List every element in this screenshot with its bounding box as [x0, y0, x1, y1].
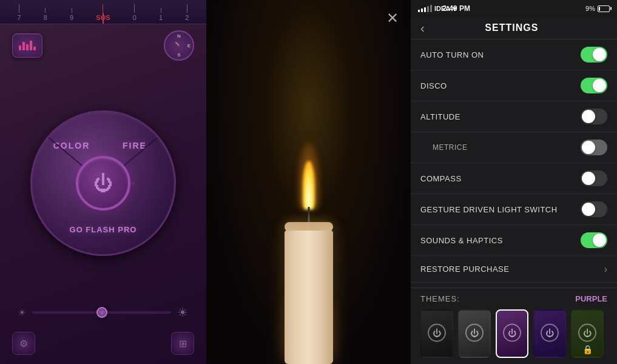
bottom-icons-row: ⚙ ⊞ — [0, 329, 206, 364]
toggle-knob — [582, 110, 595, 123]
back-button[interactable]: ‹ — [420, 22, 425, 34]
toggle-altitude[interactable] — [581, 109, 607, 124]
setting-compass: COMPASS — [411, 163, 617, 194]
ruler-mark-sos[interactable]: SOS — [96, 4, 110, 21]
toggle-compass[interactable] — [581, 170, 607, 186]
brightness-slider[interactable] — [32, 311, 171, 314]
goflash-mode-button[interactable]: GO FLASH PRO — [58, 212, 149, 248]
setting-label-altitude: ALTITUDE — [420, 112, 460, 121]
grid-button[interactable]: ⊞ — [171, 332, 194, 355]
close-button[interactable]: ✕ — [383, 9, 402, 27]
ruler-mark-2[interactable]: 2 — [185, 4, 189, 21]
chevron-restore-icon: › — [604, 264, 607, 275]
compass-needle-icon — [174, 41, 184, 50]
setting-restore-purchase[interactable]: RESTORE PURCHASE › — [411, 256, 617, 283]
setting-label-restore: RESTORE PURCHASE — [420, 265, 509, 274]
flame-inner — [303, 161, 315, 209]
toggle-knob — [582, 141, 595, 154]
brightness-low-icon: ☀ — [18, 308, 26, 317]
toggle-knob — [593, 79, 606, 92]
toggle-knob — [582, 172, 595, 185]
toggle-sounds[interactable] — [581, 232, 607, 248]
settings-list: AUTO TURN ON DISCO ALTITUDE METRICE COMP — [411, 39, 617, 288]
grid-icon: ⊞ — [179, 338, 187, 349]
setting-auto-turn-on: AUTO TURN ON — [411, 39, 617, 70]
setting-label-compass: COMPASS — [420, 174, 462, 183]
theme-violet-button[interactable]: ⏻ — [533, 309, 566, 358]
theme-purple-button[interactable]: ⏻ — [496, 309, 528, 358]
settings-gear-icon: ⚙ — [19, 338, 28, 349]
setting-disco: DISCO — [411, 70, 617, 101]
settings-panel: IDEA ▾ 2:49 PM 9% ‹ SETTINGS AUTO TURN O… — [411, 0, 617, 364]
battery-icon — [598, 5, 610, 12]
eq-bars-icon — [19, 41, 36, 50]
setting-label-sounds: SOUNDS & HAPTICS — [420, 236, 503, 245]
brightness-slider-row: ☀ ☀ — [0, 299, 206, 326]
right-indicator-dot — [131, 181, 135, 185]
power-button[interactable]: ⏻ — [76, 156, 130, 211]
settings-button[interactable]: ⚙ — [12, 332, 35, 355]
toggle-knob — [593, 48, 606, 61]
top-controls-row: N S E — [0, 24, 206, 67]
theme-military-button[interactable]: ⏻ — [571, 309, 604, 358]
compass-widget[interactable]: N S E — [164, 30, 194, 61]
setting-go-flashlight[interactable]: GO FLASHLIGHT PRO › — [411, 283, 617, 288]
toggle-disco[interactable] — [581, 78, 607, 93]
battery-fill — [599, 7, 600, 11]
setting-sounds: SOUNDS & HAPTICS — [411, 225, 617, 256]
brightness-high-icon: ☀ — [177, 305, 188, 320]
toggle-knob — [582, 203, 595, 216]
themes-section: THEMES: PURPLE ⏻ ⏻ ⏻ ⏻ — [411, 288, 617, 364]
candle-wick — [308, 207, 309, 222]
mode-ruler: 7 8 9 SOS 0 1 — [0, 0, 206, 24]
candle-flame — [297, 136, 321, 209]
theme-gray-button[interactable]: ⏻ — [458, 309, 491, 358]
status-bar: IDEA ▾ 2:49 PM 9% — [411, 0, 617, 17]
toggle-knob — [593, 234, 606, 247]
setting-label-auto-turn-on: AUTO TURN ON — [420, 50, 484, 59]
setting-label-gesture: GESTURE DRIVEN LIGHT SWITCH — [420, 205, 558, 214]
theme-dark-button[interactable]: ⏻ — [420, 309, 453, 358]
toggle-auto-turn-on[interactable] — [581, 47, 607, 62]
ruler-mark-7[interactable]: 7 — [18, 4, 21, 21]
candle-body — [285, 231, 333, 364]
dial-area: COLOR FIRE GO FLASH PRO ⏻ — [0, 67, 206, 299]
statusbar-right: 9% — [585, 5, 610, 12]
setting-label-metrice: METRICE — [433, 143, 468, 152]
ruler-mark-9[interactable]: 9 — [70, 8, 73, 21]
power-icon: ⏻ — [93, 174, 113, 193]
status-time: 2:49 PM — [411, 4, 521, 13]
ruler-mark-1[interactable]: 1 — [159, 8, 163, 21]
setting-label-disco: DISCO — [420, 81, 447, 90]
battery-percentage: 9% — [585, 5, 595, 12]
ruler-mark-0[interactable]: 0 — [133, 4, 137, 21]
settings-title: SETTINGS — [431, 22, 593, 33]
ruler-mark-8[interactable]: 8 — [44, 8, 47, 21]
flash-controller-panel: 7 8 9 SOS 0 1 — [0, 0, 206, 364]
candle-panel: ✕ — [206, 0, 411, 364]
toggle-metrice[interactable] — [581, 140, 607, 155]
toggle-gesture[interactable] — [581, 201, 607, 217]
setting-altitude: ALTITUDE — [411, 101, 617, 132]
eq-button[interactable] — [12, 33, 42, 58]
main-dial: COLOR FIRE GO FLASH PRO ⏻ — [30, 110, 176, 256]
themes-label: THEMES: — [420, 294, 460, 303]
themes-header: THEMES: PURPLE — [420, 294, 607, 303]
candle-visual — [248, 61, 369, 364]
brightness-thumb[interactable] — [96, 307, 107, 318]
themes-selected-label: PURPLE — [575, 294, 607, 303]
settings-header: ‹ SETTINGS — [411, 17, 617, 39]
left-indicator-dot — [72, 181, 75, 185]
setting-gesture: GESTURE DRIVEN LIGHT SWITCH — [411, 194, 617, 225]
themes-row: ⏻ ⏻ ⏻ ⏻ ⏻ — [420, 309, 607, 358]
setting-metrice: METRICE — [411, 132, 617, 163]
